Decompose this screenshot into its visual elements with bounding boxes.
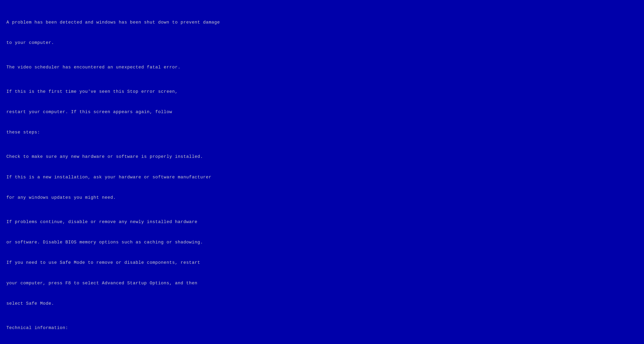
bsod-content: A problem has been detected and windows … xyxy=(6,6,638,344)
bsod-line-10: Check to make sure any new hardware or s… xyxy=(6,154,638,160)
bsod-line-4: The video scheduler has encountered an u… xyxy=(6,64,638,71)
bsod-line-7: restart your computer. If this screen ap… xyxy=(6,109,638,116)
bsod-line-2: to your computer. xyxy=(6,40,638,46)
bsod-line-16: If you need to use Safe Mode to remove o… xyxy=(6,260,638,266)
bsod-line-6: If this is the first time you've seen th… xyxy=(6,88,638,95)
bsod-line-8: these steps: xyxy=(6,129,638,136)
bsod-screen: A problem has been detected and windows … xyxy=(0,0,644,344)
bsod-line-11: If this is a new installation, ask your … xyxy=(6,174,638,181)
bsod-line-12: for any windows updates you might need. xyxy=(6,194,638,201)
bsod-line-18: select Safe Mode. xyxy=(6,300,638,307)
bsod-line-14: If problems continue, disable or remove … xyxy=(6,219,638,226)
bsod-line-20: Technical information: xyxy=(6,325,638,332)
bsod-line-15: or software. Disable BIOS memory options… xyxy=(6,239,638,246)
bsod-line-1: A problem has been detected and windows … xyxy=(6,19,638,26)
bsod-line-17: your computer, press F8 to select Advanc… xyxy=(6,280,638,287)
